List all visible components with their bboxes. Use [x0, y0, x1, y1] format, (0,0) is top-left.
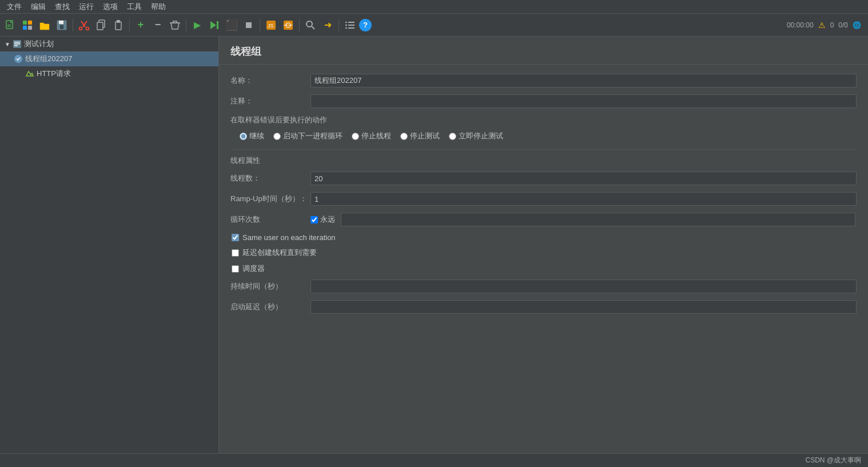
sep3 — [186, 19, 186, 31]
remove-button[interactable]: − — [150, 17, 166, 33]
arrow-button[interactable]: ➜ — [320, 17, 336, 33]
cut-button[interactable] — [76, 17, 92, 33]
new-button[interactable] — [2, 17, 18, 33]
radio-stop-test[interactable]: 停止测试 — [400, 131, 440, 141]
thread-props-label: 线程属性 — [230, 156, 260, 165]
template-button[interactable] — [19, 17, 35, 33]
name-input[interactable] — [310, 74, 857, 87]
toolbar-right: 00:00:00 ⚠ 0 0/0 🌐 — [787, 21, 866, 30]
rampup-input[interactable] — [310, 192, 857, 206]
svg-rect-8 — [59, 21, 63, 24]
svg-rect-3 — [23, 21, 27, 25]
svg-rect-28 — [348, 25, 355, 26]
remote-button[interactable] — [280, 17, 296, 33]
svg-text:JS: JS — [268, 23, 274, 29]
radio-continue-label: 继续 — [249, 131, 264, 141]
radio-continue[interactable]: 继续 — [240, 131, 264, 141]
scheduler-row: 调度器 — [230, 264, 857, 274]
help-button[interactable]: ? — [359, 19, 372, 31]
radio-continue-input[interactable] — [240, 133, 247, 140]
loop-forever-checkbox[interactable] — [310, 216, 318, 223]
sidebar-item-test-plan[interactable]: ▼ 测试计划 — [0, 37, 218, 51]
radio-stop-test-now-label: 立即停止测试 — [459, 131, 503, 141]
sidebar-label-test-plan: 测试计划 — [24, 39, 54, 49]
svg-rect-33 — [14, 43, 20, 45]
name-row: 名称： — [230, 74, 857, 87]
svg-rect-34 — [14, 45, 18, 46]
svg-rect-4 — [28, 21, 32, 25]
menu-options[interactable]: 选项 — [98, 1, 122, 13]
startup-delay-input[interactable] — [310, 300, 857, 314]
stop-button[interactable]: ⬛ — [224, 17, 240, 33]
svg-rect-15 — [117, 20, 120, 23]
duration-label: 持续时间（秒） — [230, 281, 310, 292]
script-button[interactable]: JS — [263, 17, 279, 33]
menu-find[interactable]: 查找 — [50, 1, 74, 13]
menu-help[interactable]: 帮助 — [146, 1, 170, 13]
comment-input[interactable] — [310, 94, 857, 108]
add-button[interactable]: + — [133, 17, 149, 33]
svg-rect-30 — [348, 27, 355, 29]
svg-rect-2 — [7, 26, 11, 26]
form-body: 名称： 注释： 在取样器错误后要执行的动作 继续 启动下一进 — [219, 65, 868, 330]
radio-stop-thread[interactable]: 停止线程 — [352, 131, 391, 141]
radio-stop-test-now[interactable]: 立即停止测试 — [449, 131, 503, 141]
clear-button[interactable] — [167, 17, 183, 33]
open-button[interactable] — [37, 17, 53, 33]
radio-stop-thread-label: 停止线程 — [361, 131, 391, 141]
menu-run[interactable]: 运行 — [74, 1, 98, 13]
loop-forever-label[interactable]: 永远 — [320, 214, 335, 225]
radio-group: 继续 启动下一进程循环 停止线程 停止测试 — [230, 131, 857, 141]
svg-rect-32 — [14, 42, 20, 43]
svg-rect-29 — [345, 27, 347, 29]
list-button[interactable] — [342, 17, 358, 33]
radio-stop-test-now-input[interactable] — [449, 133, 456, 140]
svg-point-10 — [79, 27, 82, 30]
menu-edit[interactable]: 编辑 — [26, 1, 50, 13]
radio-stop-test-input[interactable] — [400, 133, 408, 140]
sep4 — [260, 19, 260, 31]
globe-icon: 🌐 — [853, 21, 861, 29]
delay-create-checkbox[interactable] — [232, 249, 239, 257]
thread-count-row: 线程数： — [230, 171, 857, 185]
sidebar-label-http-request: HTTP请求 — [37, 69, 71, 79]
svg-rect-13 — [97, 22, 103, 30]
radio-stop-thread-input[interactable] — [352, 133, 359, 140]
same-user-checkbox[interactable] — [232, 234, 239, 241]
delay-create-label[interactable]: 延迟创建线程直到需要 — [242, 248, 317, 258]
radio-next-loop-input[interactable] — [273, 133, 281, 140]
run-all-button[interactable] — [206, 17, 222, 33]
stop-all-button[interactable]: ⏹ — [241, 17, 257, 33]
warning-count: 0 — [830, 21, 834, 29]
thread-count-input[interactable] — [310, 171, 857, 185]
svg-rect-14 — [116, 22, 121, 30]
sidebar-label-thread-group: 线程组202207 — [25, 54, 72, 64]
sidebar-item-http-request[interactable]: HTTP请求 — [0, 66, 218, 81]
content-area: 线程组 名称： 注释： 在取样器错误后要执行的动作 继续 — [219, 37, 868, 453]
save-button[interactable] — [54, 17, 70, 33]
name-label: 名称： — [230, 75, 310, 86]
startup-delay-label: 启动延迟（秒） — [230, 302, 310, 312]
duration-input[interactable] — [310, 280, 857, 293]
search-button[interactable] — [302, 17, 318, 33]
delay-create-row: 延迟创建线程直到需要 — [230, 248, 857, 258]
scheduler-label[interactable]: 调度器 — [242, 264, 265, 274]
copy-button[interactable] — [93, 17, 109, 33]
svg-point-11 — [86, 27, 89, 30]
menu-file[interactable]: 文件 — [2, 1, 26, 13]
scheduler-checkbox[interactable] — [232, 265, 239, 273]
duration-row: 持续时间（秒） — [230, 280, 857, 293]
panel-title: 线程组 — [219, 37, 868, 65]
paste-button[interactable] — [110, 17, 126, 33]
svg-rect-17 — [217, 21, 218, 29]
same-user-label[interactable]: Same user on each iteration — [242, 233, 336, 242]
sidebar-item-thread-group[interactable]: 线程组202207 — [0, 51, 218, 66]
loop-count-input[interactable] — [341, 213, 855, 226]
menu-tools[interactable]: 工具 — [122, 1, 146, 13]
svg-rect-6 — [28, 26, 32, 30]
warning-icon: ⚠ — [818, 21, 826, 30]
radio-next-loop[interactable]: 启动下一进程循环 — [273, 131, 343, 141]
thread-props-section: 线程属性 — [230, 149, 857, 166]
run-button[interactable]: ▶ — [189, 17, 205, 33]
sep2 — [129, 19, 130, 31]
